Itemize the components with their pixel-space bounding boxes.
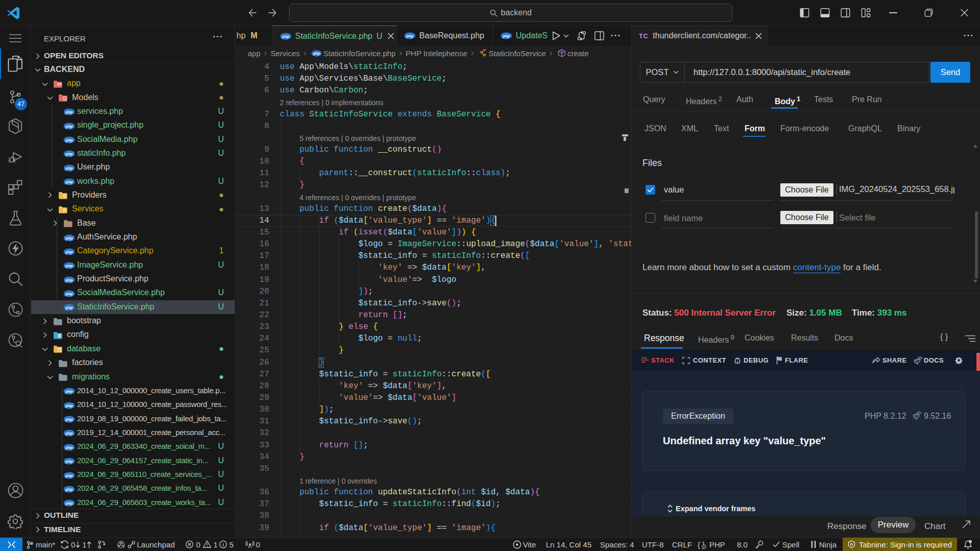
svg-text:php: php — [406, 34, 414, 38]
svg-text:php: php — [65, 459, 73, 464]
svg-text:php: php — [65, 263, 73, 268]
svg-text:php: php — [65, 291, 73, 296]
svg-text:php: php — [65, 305, 73, 310]
svg-text:php: php — [313, 51, 320, 55]
svg-text:php: php — [65, 487, 73, 491]
svg-text:php: php — [65, 138, 73, 142]
svg-text:php: php — [65, 110, 73, 114]
svg-text:php: php — [65, 235, 73, 240]
svg-text:php: php — [65, 501, 73, 506]
svg-text:php: php — [65, 249, 73, 254]
svg-text:php: php — [65, 403, 73, 408]
svg-text:php: php — [65, 389, 73, 394]
svg-text:php: php — [65, 165, 73, 170]
svg-text:php: php — [65, 417, 73, 422]
svg-text:php: php — [65, 277, 73, 282]
svg-text:php: php — [503, 34, 510, 38]
svg-text:php: php — [65, 445, 73, 449]
svg-text:php: php — [65, 180, 73, 184]
svg-text:php: php — [282, 34, 290, 38]
svg-text:php: php — [65, 124, 73, 128]
svg-text:php: php — [65, 152, 73, 156]
svg-text:php: php — [65, 473, 73, 477]
svg-text:php: php — [65, 431, 73, 436]
